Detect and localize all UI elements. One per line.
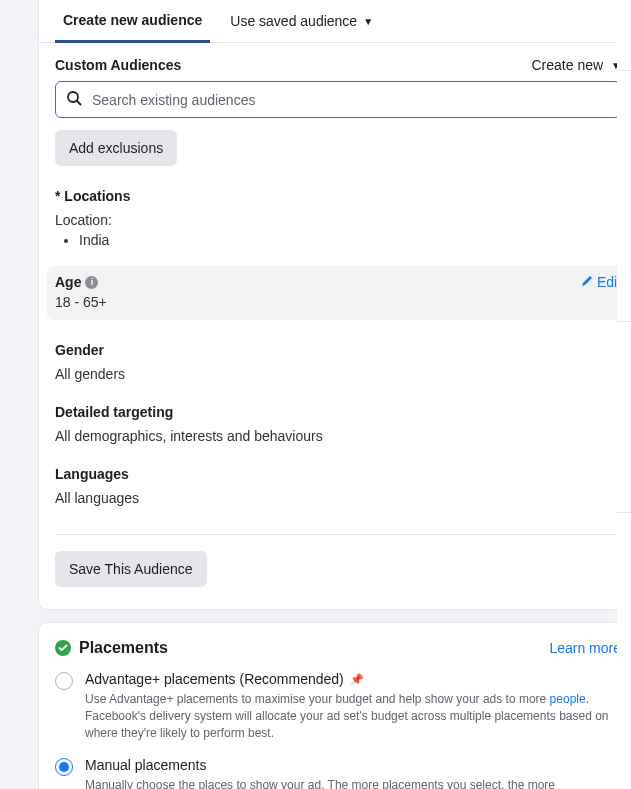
- edit-age-button[interactable]: Edit: [581, 274, 621, 290]
- manual-title: Manual placements: [85, 757, 206, 773]
- advantage-title: Advantage+ placements (Recommended): [85, 671, 344, 687]
- locations-section: * Locations Location: India: [55, 188, 621, 248]
- age-title: Age: [55, 274, 81, 290]
- right-panel-edge: [617, 0, 631, 789]
- add-exclusions-button[interactable]: Add exclusions: [55, 130, 177, 166]
- age-section: Age i Edit 18 - 65+: [47, 266, 629, 320]
- languages-section: Languages All languages: [55, 466, 621, 506]
- tab-saved-label: Use saved audience: [230, 13, 357, 29]
- detailed-targeting-section: Detailed targeting All demographics, int…: [55, 404, 621, 444]
- search-icon: [66, 90, 82, 109]
- audience-card: Create new audience Use saved audience ▼…: [38, 0, 631, 610]
- placements-card: Placements Learn more Advantage+ placeme…: [38, 622, 631, 789]
- location-label: Location:: [55, 212, 621, 228]
- placements-title-row: Placements: [55, 639, 168, 657]
- radio-advantage[interactable]: [55, 672, 73, 690]
- gender-value: All genders: [55, 366, 621, 382]
- tab-create-new-audience[interactable]: Create new audience: [55, 2, 210, 43]
- languages-value: All languages: [55, 490, 621, 506]
- tab-create-label: Create new audience: [63, 12, 202, 28]
- placements-title: Placements: [79, 639, 168, 657]
- learn-more-link[interactable]: Learn more: [549, 640, 621, 656]
- age-value: 18 - 65+: [55, 294, 621, 310]
- languages-title: Languages: [55, 466, 621, 482]
- divider: [55, 534, 621, 535]
- location-item: India: [79, 232, 621, 248]
- placement-option-advantage[interactable]: Advantage+ placements (Recommended) 📌 Us…: [55, 671, 621, 741]
- create-new-label: Create new: [532, 57, 604, 73]
- detailed-value: All demographics, interests and behaviou…: [55, 428, 621, 444]
- save-audience-button[interactable]: Save This Audience: [55, 551, 207, 587]
- caret-down-icon: ▼: [363, 16, 373, 27]
- gender-title: Gender: [55, 342, 621, 358]
- gender-section: Gender All genders: [55, 342, 621, 382]
- placement-option-manual[interactable]: Manual placements Manually choose the pl…: [55, 757, 621, 789]
- check-circle-icon: [55, 640, 71, 656]
- pin-icon: 📌: [350, 673, 364, 686]
- custom-audiences-label: Custom Audiences: [55, 57, 181, 73]
- radio-manual[interactable]: [55, 758, 73, 776]
- svg-line-1: [77, 101, 81, 105]
- locations-title: * Locations: [55, 188, 621, 204]
- advantage-desc: Use Advantage+ placements to maximise yo…: [85, 691, 621, 741]
- audience-search-input[interactable]: [92, 92, 610, 108]
- people-link[interactable]: people: [550, 692, 586, 706]
- info-icon[interactable]: i: [85, 276, 98, 289]
- pencil-icon: [581, 274, 593, 290]
- audience-search-box[interactable]: [55, 81, 621, 118]
- create-new-audience-dropdown[interactable]: Create new ▼: [532, 57, 622, 73]
- detailed-title: Detailed targeting: [55, 404, 621, 420]
- tab-use-saved-audience[interactable]: Use saved audience ▼: [222, 2, 381, 42]
- manual-desc: Manually choose the places to show your …: [85, 777, 621, 789]
- audience-tabs: Create new audience Use saved audience ▼: [39, 2, 631, 43]
